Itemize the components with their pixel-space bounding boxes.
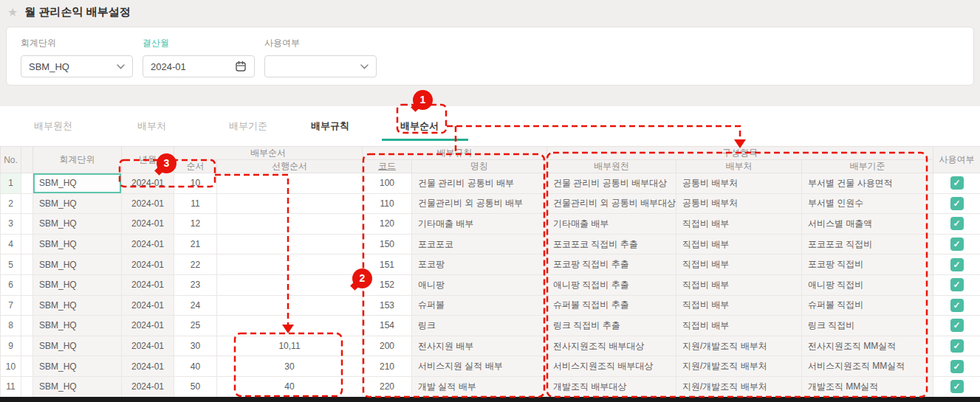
- cell-code[interactable]: 153: [363, 295, 412, 316]
- cell-unit[interactable]: SBM_HQ: [33, 274, 122, 295]
- cell-source[interactable]: 건물관리비 외 공통비 배부대상: [547, 193, 676, 214]
- cell-unit[interactable]: SBM_HQ: [33, 295, 122, 316]
- cell-used[interactable]: ✓: [933, 336, 980, 356]
- cell-unit[interactable]: SBM_HQ: [33, 356, 122, 377]
- cell-pre_order[interactable]: [217, 193, 363, 214]
- cell-code[interactable]: 110: [363, 193, 412, 214]
- used-checkbox[interactable]: ✓: [950, 360, 964, 373]
- cell-basis[interactable]: 전사지원조직 MM실적: [802, 336, 933, 356]
- cell-no[interactable]: 6: [1, 274, 21, 295]
- cell-unit[interactable]: SBM_HQ: [33, 173, 122, 194]
- cell-name[interactable]: 포코팡: [412, 254, 547, 275]
- cell-code[interactable]: 100: [363, 173, 412, 194]
- cell-used[interactable]: ✓: [933, 356, 980, 377]
- cell-no[interactable]: 8: [1, 316, 21, 336]
- col-header-no[interactable]: No.: [1, 147, 21, 173]
- cell-source[interactable]: 서비스지원조직 배부대상: [547, 356, 676, 377]
- cell-source[interactable]: 건물 관리비 공통비 배부대상: [547, 173, 676, 194]
- cell-pre_order[interactable]: [217, 234, 363, 254]
- cell-used[interactable]: ✓: [933, 274, 980, 295]
- used-checkbox[interactable]: ✓: [950, 380, 964, 393]
- cell-pre_order[interactable]: 10,11: [217, 336, 363, 356]
- cell-order[interactable]: 23: [174, 274, 217, 295]
- cell-month[interactable]: 2024-01: [122, 274, 174, 295]
- tab-5[interactable]: 배부순서: [400, 119, 439, 133]
- used-checkbox[interactable]: ✓: [950, 197, 964, 210]
- cell-sel[interactable]: [21, 234, 33, 254]
- cell-source[interactable]: 개발조직 배부대상: [547, 376, 676, 397]
- cell-sel[interactable]: [21, 254, 33, 275]
- cell-no[interactable]: 1: [1, 173, 21, 194]
- cell-source[interactable]: 기타매출 배부: [547, 214, 676, 235]
- tab-3[interactable]: 배부기준: [229, 119, 267, 133]
- cell-source[interactable]: 포코팡 직접비 추출: [547, 254, 676, 275]
- cell-sel[interactable]: [21, 274, 33, 295]
- cell-basis[interactable]: 개발조직 MM실적: [802, 376, 933, 397]
- cell-unit[interactable]: SBM_HQ: [33, 316, 122, 336]
- cell-pre_order[interactable]: 40: [217, 376, 363, 397]
- cell-sel[interactable]: [21, 214, 33, 235]
- col-header-month[interactable]: 년월: [122, 147, 174, 173]
- cell-target[interactable]: 직접비 배부: [676, 214, 802, 235]
- cell-target[interactable]: 지원/개발조직 배부처: [676, 356, 802, 377]
- cell-code[interactable]: 220: [363, 376, 412, 397]
- cell-name[interactable]: 건물 관리비 공통비 배부: [412, 173, 547, 194]
- cell-code[interactable]: 151: [363, 254, 412, 275]
- cell-target[interactable]: 직접비 배부: [676, 254, 802, 275]
- cell-source[interactable]: 슈퍼볼 직접비 추출: [547, 295, 676, 316]
- cell-basis[interactable]: 포코포코 직접비: [802, 234, 933, 254]
- cell-basis[interactable]: 부서별 인원수: [802, 193, 933, 214]
- use-status-select[interactable]: [264, 55, 377, 77]
- cell-target[interactable]: 공통비 배부처: [676, 173, 802, 194]
- cell-order[interactable]: 50: [174, 376, 217, 397]
- cell-no[interactable]: 11: [1, 376, 21, 397]
- col-header-target[interactable]: 배부처: [676, 160, 802, 173]
- cell-order[interactable]: 21: [174, 234, 217, 254]
- cell-order[interactable]: 11: [174, 193, 217, 214]
- used-checkbox[interactable]: ✓: [950, 217, 964, 230]
- used-checkbox[interactable]: ✓: [950, 299, 964, 312]
- cell-used[interactable]: ✓: [933, 295, 980, 316]
- cell-order[interactable]: 10: [174, 173, 217, 194]
- used-checkbox[interactable]: ✓: [950, 238, 964, 251]
- cell-month[interactable]: 2024-01: [122, 356, 174, 377]
- cell-target[interactable]: 직접비 배부: [676, 316, 802, 336]
- cell-sel[interactable]: [21, 316, 33, 336]
- cell-no[interactable]: 4: [1, 234, 21, 254]
- cell-name[interactable]: 건물관리비 외 공통비 배부: [412, 193, 547, 214]
- cell-no[interactable]: 9: [1, 336, 21, 356]
- cell-order[interactable]: 25: [174, 316, 217, 336]
- cell-used[interactable]: ✓: [933, 254, 980, 275]
- cell-name[interactable]: 개발 실적 배부: [412, 376, 547, 397]
- cell-basis[interactable]: 서비스별 매출액: [802, 214, 933, 235]
- cell-unit[interactable]: SBM_HQ: [33, 376, 122, 397]
- accounting-unit-select[interactable]: SBM_HQ: [21, 55, 133, 77]
- cell-name[interactable]: 링크: [412, 316, 547, 336]
- cell-pre_order[interactable]: [217, 295, 363, 316]
- cell-name[interactable]: 기타매출 배부: [412, 214, 547, 235]
- cell-target[interactable]: 직접비 배부: [676, 274, 802, 295]
- cell-month[interactable]: 2024-01: [122, 214, 174, 235]
- cell-month[interactable]: 2024-01: [122, 295, 174, 316]
- cell-name[interactable]: 서비스지원 실적 배부: [412, 356, 547, 377]
- cell-sel[interactable]: [21, 173, 33, 194]
- cell-used[interactable]: ✓: [933, 316, 980, 336]
- cell-month[interactable]: 2024-01: [122, 173, 174, 194]
- cell-used[interactable]: ✓: [933, 173, 980, 194]
- cell-unit[interactable]: SBM_HQ: [33, 336, 122, 356]
- col-header-basis[interactable]: 배부기준: [802, 160, 933, 173]
- cell-pre_order[interactable]: [217, 274, 363, 295]
- cell-code[interactable]: 120: [363, 214, 412, 235]
- cell-name[interactable]: 전사지원 배부: [412, 336, 547, 356]
- cell-order[interactable]: 40: [174, 356, 217, 377]
- cell-month[interactable]: 2024-01: [122, 376, 174, 397]
- cell-code[interactable]: 150: [363, 234, 412, 254]
- cell-order[interactable]: 22: [174, 254, 217, 275]
- cell-sel[interactable]: [21, 376, 33, 397]
- cell-name[interactable]: 포코포코: [412, 234, 547, 254]
- cell-source[interactable]: 전사지원조직 배부대상: [547, 336, 676, 356]
- cell-source[interactable]: 링크 직접비 추출: [547, 316, 676, 336]
- cell-basis[interactable]: 포코팡 직접비: [802, 254, 933, 275]
- cell-month[interactable]: 2024-01: [122, 193, 174, 214]
- col-header-used[interactable]: 사용여부: [933, 147, 980, 173]
